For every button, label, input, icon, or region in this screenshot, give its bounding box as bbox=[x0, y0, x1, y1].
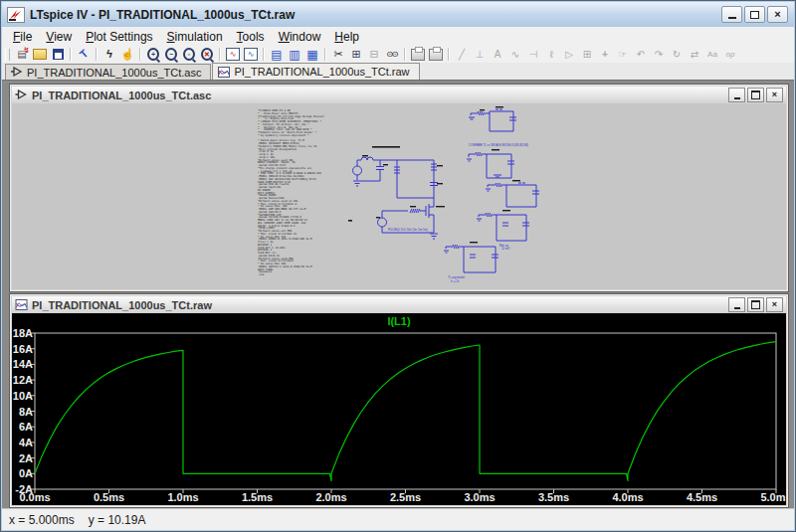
wire-icon bbox=[453, 47, 471, 62]
tab-waveform[interactable]: PI_TRADITIONAL_1000us_TCt.raw bbox=[212, 63, 419, 81]
tab-label: PI_TRADITIONAL_1000us_TCt.asc bbox=[27, 67, 201, 79]
waveform-window-titlebar[interactable]: PI_TRADITIONAL_1000us_TCt.raw × bbox=[12, 296, 786, 314]
restore-button[interactable] bbox=[744, 6, 765, 23]
resistor-icon bbox=[506, 47, 524, 62]
ltspice-window: LTspice IV - PI_TRADITIONAL_1000us_TCt.r… bbox=[0, 0, 796, 532]
ground-icon bbox=[471, 47, 489, 62]
mdi-area: PI_TRADITIONAL_1000us_TCt.asc × *FLYBACK… bbox=[2, 80, 794, 508]
drag-icon bbox=[614, 47, 632, 62]
minimize-button[interactable] bbox=[721, 6, 742, 23]
cut-icon[interactable] bbox=[329, 47, 347, 62]
halt-icon bbox=[118, 47, 136, 62]
schematic-annotation: 10 mO bbox=[501, 247, 510, 251]
run-icon[interactable] bbox=[100, 47, 118, 62]
tile-vertical-icon[interactable] bbox=[286, 47, 303, 62]
control-panel-icon[interactable] bbox=[75, 47, 93, 62]
close-button[interactable]: × bbox=[767, 6, 788, 23]
label-net-icon bbox=[489, 47, 506, 62]
toolbar-grip[interactable] bbox=[5, 49, 10, 61]
cursor-y-readout: y = 10.19A bbox=[89, 513, 146, 527]
menu-simulation[interactable]: Simulation bbox=[160, 28, 230, 46]
child-minimize-button[interactable] bbox=[728, 88, 745, 102]
schematic-canvas[interactable]: *FLYBACK CONV PI-1.00 * - Peak-Power-onl… bbox=[12, 103, 786, 289]
y-tick-label: 6A bbox=[12, 422, 33, 433]
child-minimize-button[interactable] bbox=[728, 297, 745, 312]
menu-tools[interactable]: Tools bbox=[230, 28, 272, 46]
mirror-icon bbox=[686, 47, 703, 62]
menu-plot-settings[interactable]: Plot Settings bbox=[79, 28, 159, 46]
save-icon[interactable] bbox=[53, 49, 64, 60]
plot-pane-red-icon[interactable] bbox=[226, 48, 240, 61]
trace-legend[interactable]: I(L1) bbox=[12, 315, 786, 327]
x-tick-label: 2.0ms bbox=[311, 491, 351, 503]
print-preview-icon[interactable] bbox=[411, 49, 425, 61]
x-tick-label: 1.0ms bbox=[163, 491, 203, 503]
schematic-annotation: COMPARE TL vs SW AVG MODELS (B1,B2,B3) bbox=[469, 143, 528, 147]
text-icon bbox=[703, 47, 721, 62]
tab-schematic[interactable]: PI_TRADITIONAL_1000us_TCt.asc bbox=[5, 64, 211, 80]
menu-file[interactable]: File bbox=[6, 28, 39, 46]
child-maximize-button[interactable] bbox=[747, 297, 764, 312]
diode-icon bbox=[560, 47, 578, 62]
zoom-area-icon[interactable]: ▫ bbox=[183, 48, 195, 61]
x-tick-label: 3.5ms bbox=[534, 491, 574, 503]
waveform-icon bbox=[15, 299, 28, 310]
x-tick-label: 3.0ms bbox=[460, 491, 499, 503]
schematic-annotation: fc = 1k bbox=[451, 279, 460, 283]
component-icon bbox=[578, 47, 596, 62]
schematic-window-title: PI_TRADITIONAL_1000us_TCt.asc bbox=[32, 89, 211, 101]
y-tick-label: 14A bbox=[12, 359, 33, 370]
status-bar: x = 5.000ms y = 10.19A bbox=[2, 508, 794, 530]
y-tick-label: 18A bbox=[12, 328, 33, 339]
rotate-icon bbox=[668, 47, 686, 62]
waveform-window-title: PI_TRADITIONAL_1000us_TCt.raw bbox=[32, 299, 212, 311]
ltspice-logo-icon bbox=[7, 7, 25, 23]
y-tick-label: 10A bbox=[12, 391, 33, 402]
open-icon[interactable] bbox=[33, 49, 47, 60]
x-tick-label: 4.5ms bbox=[683, 491, 722, 503]
x-tick-label: 1.5ms bbox=[238, 491, 278, 503]
tab-label: PI_TRADITIONAL_1000us_TCt.raw bbox=[234, 66, 409, 78]
y-tick-label: 8A bbox=[12, 407, 33, 418]
plot-pane-blue-icon[interactable] bbox=[244, 48, 258, 61]
cascade-windows-icon[interactable] bbox=[303, 47, 321, 62]
zoom-full-extents-icon[interactable]: ✕ bbox=[201, 48, 213, 61]
x-tick-label: 0.5ms bbox=[90, 491, 129, 503]
zoom-back-icon[interactable]: − bbox=[165, 48, 177, 61]
trace-I(L1) bbox=[35, 342, 776, 481]
menu-help[interactable]: Help bbox=[327, 28, 366, 46]
new-schematic-icon[interactable] bbox=[13, 47, 31, 62]
x-tick-label: 5.0ms bbox=[756, 491, 786, 503]
spice-directive-icon bbox=[721, 47, 739, 62]
child-close-button[interactable]: × bbox=[766, 88, 783, 102]
title-bar[interactable]: LTspice IV - PI_TRADITIONAL_1000us_TCt.r… bbox=[2, 2, 794, 28]
tile-horizontal-icon[interactable] bbox=[268, 47, 286, 62]
x-tick-label: 4.0ms bbox=[608, 491, 648, 503]
print-icon[interactable] bbox=[429, 49, 443, 61]
zoom-in-icon[interactable]: + bbox=[147, 48, 159, 61]
plot-svg bbox=[12, 313, 786, 505]
y-tick-label: 12A bbox=[12, 375, 33, 386]
y-tick-label: 0A bbox=[12, 468, 33, 479]
undo-icon bbox=[632, 47, 650, 62]
inductor-icon bbox=[542, 47, 560, 62]
menu-window[interactable]: Window bbox=[272, 28, 328, 46]
paste-icon bbox=[365, 47, 383, 62]
child-maximize-button[interactable] bbox=[747, 88, 764, 102]
find-icon[interactable] bbox=[383, 47, 401, 62]
x-tick-label: 0.0ms bbox=[15, 491, 55, 503]
y-tick-label: 16A bbox=[12, 344, 33, 355]
copy-icon[interactable] bbox=[347, 47, 365, 62]
move-icon bbox=[596, 47, 614, 62]
schematic-annotation: PULSE(0 10 0 10n 10n .5m 1m) bbox=[388, 228, 428, 232]
plot-area[interactable]: I(L1) 18A16A14A12A10A8A6A4A2A0A-2A0.0ms0… bbox=[12, 313, 786, 505]
toolbar: + − ▫ ✕ bbox=[2, 46, 794, 64]
cursor-x-readout: x = 5.000ms bbox=[9, 513, 75, 527]
schematic-window-titlebar[interactable]: PI_TRADITIONAL_1000us_TCt.asc × bbox=[12, 87, 786, 104]
schematic-window: PI_TRADITIONAL_1000us_TCt.asc × *FLYBACK… bbox=[9, 84, 789, 292]
menu-view[interactable]: View bbox=[39, 28, 79, 46]
child-close-button[interactable]: × bbox=[766, 297, 783, 312]
opamp-icon bbox=[15, 89, 28, 100]
capacitor-icon bbox=[524, 47, 542, 62]
redo-icon bbox=[650, 47, 668, 62]
